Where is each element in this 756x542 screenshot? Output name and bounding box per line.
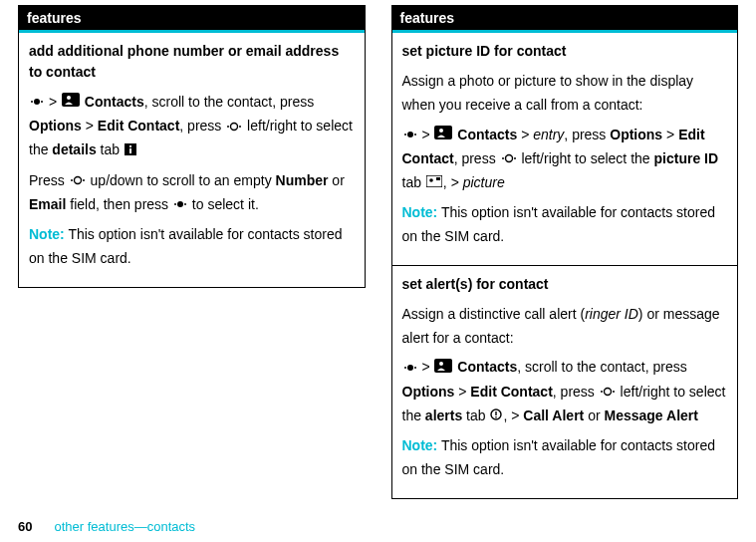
contacts-label: Contacts — [457, 359, 517, 375]
svg-point-18 — [404, 134, 406, 136]
svg-point-0 — [34, 99, 40, 105]
picture-tab-icon — [426, 171, 442, 195]
svg-point-24 — [514, 157, 516, 159]
svg-point-5 — [231, 123, 238, 130]
left-step-2: Press up/down to scroll to an empty Numb… — [29, 169, 355, 217]
svg-point-21 — [439, 129, 443, 133]
svg-point-11 — [74, 176, 81, 183]
t: , press — [454, 150, 500, 166]
svg-point-15 — [174, 203, 176, 205]
svg-point-26 — [429, 179, 433, 183]
alerts-label: alerts — [425, 407, 462, 423]
left-header: features — [19, 6, 365, 30]
message-alert-label: Message Alert — [605, 407, 698, 423]
t: , scroll to the contact, press — [517, 359, 686, 375]
nav-key-icon — [501, 147, 517, 171]
note-text: This option isn't available for contacts… — [402, 437, 715, 477]
svg-point-23 — [502, 157, 504, 159]
svg-point-30 — [414, 367, 416, 369]
svg-point-22 — [505, 155, 512, 162]
email-label: Email — [29, 196, 66, 212]
t: , press — [564, 127, 610, 142]
right-section-2: set alert(s) for contact Assign a distin… — [392, 266, 738, 498]
picture-label: picture — [463, 174, 505, 190]
t: , > — [443, 174, 463, 190]
svg-rect-37 — [496, 411, 497, 415]
options-label: Options — [402, 384, 455, 400]
left-section-1: add additional phone number or email add… — [19, 33, 365, 287]
svg-point-29 — [404, 367, 406, 369]
svg-point-13 — [83, 179, 85, 181]
svg-rect-27 — [436, 177, 440, 180]
svg-point-34 — [601, 391, 603, 393]
t: Assign a distinctive call alert ( — [402, 306, 586, 322]
center-key-icon — [403, 357, 417, 381]
edit-contact-label: Edit Contact — [470, 384, 552, 400]
note-label: Note: — [402, 437, 438, 453]
t: tab — [402, 174, 425, 190]
nav-key-icon — [600, 381, 616, 405]
svg-point-2 — [41, 101, 43, 103]
contacts-app-icon — [434, 357, 452, 381]
t: , scroll to the contact, press — [144, 94, 314, 110]
nav-key-icon — [70, 169, 86, 193]
contacts-app-icon — [62, 91, 80, 115]
options-label: Options — [610, 127, 662, 142]
svg-point-6 — [227, 126, 229, 128]
right-section-1-desc: Assign a photo or picture to show in the… — [402, 70, 728, 118]
center-key-icon — [30, 91, 44, 115]
right-step-1: > Contacts > entry, press Options > Edit… — [402, 124, 728, 196]
picture-id-label: picture ID — [654, 150, 719, 166]
right-section-1: set picture ID for contact Assign a phot… — [392, 33, 738, 266]
t: > — [662, 127, 678, 142]
svg-point-1 — [31, 101, 33, 103]
t: or — [584, 407, 604, 423]
details-tab-icon — [125, 139, 136, 163]
footer-breadcrumb: other features—contacts — [54, 519, 195, 534]
left-step-1: > Contacts, scroll to the contact, press… — [29, 91, 355, 163]
contacts-app-icon — [434, 124, 452, 147]
t: field, then press — [66, 196, 172, 212]
t: Press — [29, 172, 69, 188]
left-section-1-title: add additional phone number or email add… — [29, 41, 355, 83]
left-column: features add additional phone number or … — [18, 5, 366, 288]
note-text: This option isn't available for contacts… — [29, 226, 342, 266]
right-note-1: Note: This option isn't available for co… — [402, 201, 728, 249]
t: , press — [553, 384, 599, 400]
center-key-icon — [173, 193, 187, 217]
note-label: Note: — [29, 226, 65, 242]
ringer-id-label: ringer ID — [585, 306, 638, 322]
t: > — [454, 384, 470, 400]
right-header: features — [392, 6, 738, 30]
right-section-2-desc: Assign a distinctive call alert (ringer … — [402, 303, 728, 351]
right-step-2: > Contacts, scroll to the contact, press… — [402, 356, 728, 428]
svg-point-32 — [439, 362, 443, 366]
t: > — [45, 94, 61, 110]
t: or — [328, 172, 344, 188]
t: tab — [97, 141, 124, 157]
t: > — [517, 127, 533, 142]
page-number: 60 — [18, 519, 32, 534]
t: tab — [462, 407, 489, 423]
t: > — [418, 359, 434, 375]
nav-key-icon — [226, 116, 242, 139]
note-text: This option isn't available for contacts… — [402, 204, 715, 244]
svg-point-7 — [239, 126, 241, 128]
t: > — [82, 118, 98, 134]
svg-rect-25 — [426, 175, 442, 187]
svg-point-33 — [604, 388, 611, 395]
t: left/right to select the — [518, 150, 654, 166]
edit-contact-label: Edit Contact — [98, 118, 179, 134]
t: , > — [503, 407, 523, 423]
left-note: Note: This option isn't available for co… — [29, 223, 355, 271]
right-note-2: Note: This option isn't available for co… — [402, 434, 728, 482]
svg-point-17 — [407, 132, 413, 137]
right-column: features set picture ID for contact Assi… — [391, 5, 739, 499]
svg-rect-10 — [129, 148, 131, 153]
call-alert-label: Call Alert — [523, 407, 584, 423]
contacts-label: Contacts — [457, 127, 517, 142]
svg-point-12 — [71, 179, 73, 181]
svg-rect-38 — [496, 416, 497, 417]
number-label: Number — [276, 172, 329, 188]
alerts-tab-icon — [490, 405, 502, 428]
